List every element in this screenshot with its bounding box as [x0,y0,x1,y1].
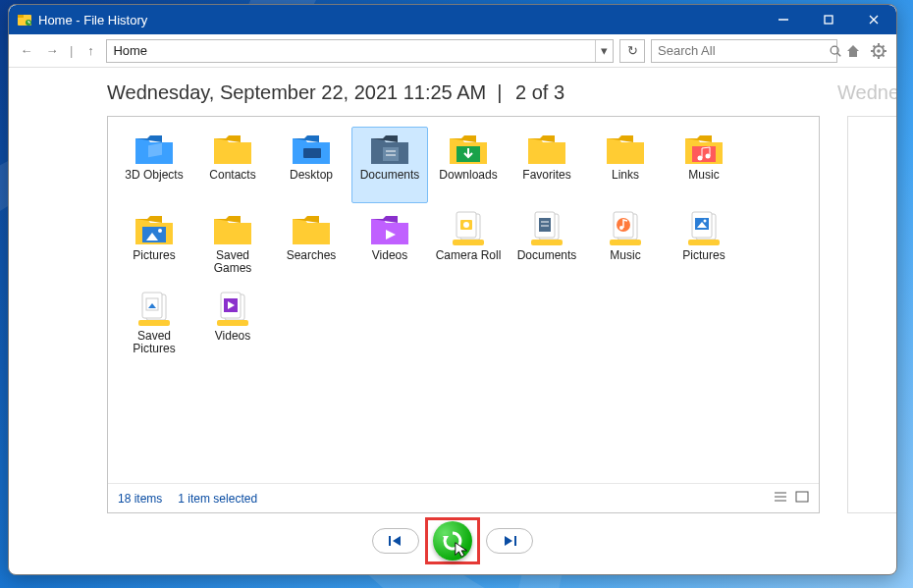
address-bar: ▾ [106,39,614,63]
svg-point-35 [463,222,469,228]
icons-view-icon[interactable] [795,491,809,506]
lib-videos-icon [210,291,255,330]
folder-item[interactable]: Videos [351,207,428,284]
lib-camera-icon [446,210,491,249]
svg-rect-25 [692,146,716,162]
svg-line-16 [883,54,885,56]
address-dropdown[interactable]: ▾ [595,40,613,62]
forward-button[interactable]: → [42,41,62,61]
folder-icon [210,210,255,249]
folder-desktop-icon [289,130,334,169]
folder-pictures-icon [132,210,177,249]
folder-item[interactable]: Pictures [666,207,742,284]
heading: Wednesday, September 22, 2021 11:25 AM |… [9,81,896,104]
item-label: Music [610,249,640,262]
svg-marker-69 [393,536,401,546]
app-icon [17,12,32,27]
svg-rect-4 [825,16,832,24]
home-icon[interactable] [843,41,863,61]
svg-rect-58 [138,320,170,326]
version-panel: 3D Objects Contacts Desktop Documents Do… [107,116,820,513]
svg-marker-71 [505,536,512,546]
folder-item[interactable]: 3D Objects [116,127,192,203]
back-button[interactable]: ← [17,41,36,61]
item-label: Desktop [290,169,333,182]
gear-icon[interactable] [869,41,888,61]
item-label: Saved Games [196,249,269,275]
svg-point-10 [877,49,881,53]
folder-3d-icon [132,130,177,169]
svg-line-8 [837,53,840,56]
item-count: 18 items [118,492,162,506]
search-box [651,39,837,63]
item-label: Favorites [522,169,570,182]
restore-button[interactable] [433,521,472,561]
svg-line-18 [874,54,876,56]
close-button[interactable] [851,5,896,34]
folder-item[interactable]: Searches [273,207,349,284]
folder-item[interactable]: Contacts [194,127,271,203]
item-label: Pictures [133,249,175,262]
folder-music-icon [681,130,726,169]
maximize-button[interactable] [806,5,851,34]
folder-item[interactable]: Music [587,207,664,284]
next-version-button[interactable] [486,528,533,554]
svg-line-17 [883,45,885,47]
svg-rect-20 [303,148,321,158]
folder-icon [603,130,648,169]
folder-item[interactable]: Pictures [116,207,192,284]
folder-item[interactable]: Desktop [273,127,349,203]
next-heading-ghost: Wedne [837,81,896,104]
selection-count: 1 item selected [178,492,257,506]
lib-doc-icon [524,210,569,249]
svg-rect-42 [531,240,563,245]
folder-item[interactable]: Documents [509,207,585,284]
folder-icon [524,130,569,169]
folder-doc-icon [367,130,412,169]
folder-item[interactable]: Music [666,127,742,203]
details-view-icon[interactable] [774,491,787,506]
item-label: Documents [517,249,577,262]
folder-icon [210,130,255,169]
svg-rect-47 [610,240,641,245]
refresh-button[interactable]: ↻ [619,39,645,63]
svg-point-52 [704,220,707,223]
titlebar[interactable]: Home - File History [9,5,896,34]
item-label: Music [688,169,719,182]
item-label: 3D Objects [125,169,183,182]
lib-pictures-icon [681,210,726,249]
up-button[interactable]: ↑ [81,41,100,61]
folder-item[interactable]: Documents [351,127,428,203]
svg-rect-1 [18,15,24,18]
window-title: Home - File History [38,13,147,27]
folder-item[interactable]: Saved Games [194,207,271,284]
svg-rect-53 [688,240,720,245]
folder-icon [289,210,334,249]
svg-rect-39 [539,218,551,232]
item-label: Videos [215,330,250,343]
folder-item[interactable]: Downloads [430,127,507,203]
search-input[interactable] [652,43,829,58]
folder-item[interactable]: Saved Pictures [116,288,192,364]
item-label: Downloads [439,169,497,182]
status-bar: 18 items 1 item selected [108,483,819,512]
folder-item[interactable]: Links [587,127,664,203]
folder-item[interactable]: Camera Roll [430,207,507,284]
item-label: Videos [372,249,407,262]
svg-point-7 [831,46,838,54]
folder-item[interactable]: Videos [194,288,271,364]
next-version-panel-ghost [847,116,896,513]
page-info: 2 of 3 [515,81,564,104]
items-grid: 3D Objects Contacts Desktop Documents Do… [108,117,819,483]
address-input[interactable] [107,40,595,62]
svg-rect-19 [148,143,162,157]
toolbar: ← → | ↑ ▾ ↻ [9,34,896,68]
previous-version-button[interactable] [372,528,419,554]
item-label: Saved Pictures [118,330,190,355]
search-icon[interactable] [829,44,842,58]
minimize-button[interactable] [761,5,806,34]
lib-saved-icon [132,291,177,330]
folder-item[interactable]: Favorites [509,127,585,203]
heading-date: Wednesday, September 22, 2021 11:25 AM [107,81,486,104]
item-label: Camera Roll [436,249,502,262]
